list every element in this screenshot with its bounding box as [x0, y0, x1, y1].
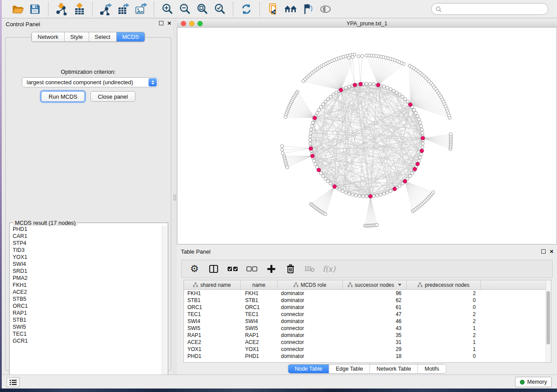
table-row[interactable]: YOX1YOX1connector291 [184, 346, 547, 353]
new-network-from-selection-icon[interactable] [264, 1, 282, 17]
run-mcds-button[interactable]: Run MCDS [41, 91, 85, 102]
network-window-titlebar[interactable]: YPA_prune.txt_1 [177, 20, 557, 28]
mcds-result-item[interactable]: ORC1 [10, 303, 162, 309]
delete-icon[interactable] [283, 261, 298, 276]
import-network-icon[interactable] [53, 1, 70, 17]
close-panel-icon[interactable]: × [167, 21, 171, 25]
mcds-result-item[interactable]: SRD1 [10, 268, 162, 275]
table-row[interactable]: TEC1TEC1connector472 [184, 311, 547, 318]
result-scrollbar[interactable] [162, 226, 167, 384]
network-canvas[interactable] [177, 28, 557, 244]
tab-select[interactable]: Select [89, 32, 117, 41]
memory-button[interactable]: Memory [515, 377, 552, 387]
splitter-handle-icon[interactable] [173, 195, 176, 200]
cell-successor-nodes: 96 [343, 290, 407, 297]
search-input[interactable] [444, 6, 544, 12]
table-scrollbar-thumb[interactable] [547, 291, 550, 344]
select-all-icon[interactable] [225, 261, 240, 276]
mcds-result-item[interactable]: TEC1 [10, 330, 162, 337]
column-header-name[interactable]: name [241, 280, 277, 289]
export-network-icon[interactable] [97, 1, 114, 17]
tab-mcds[interactable]: MCDS [117, 32, 145, 41]
mcds-result-item[interactable]: FKH1 [10, 282, 162, 289]
task-history-button[interactable] [7, 377, 20, 387]
column-header-shared-name[interactable]: shared name [184, 280, 241, 289]
tab-edge-table[interactable]: Edge Table [329, 364, 370, 373]
float-window-icon[interactable] [159, 21, 163, 25]
tab-motifs[interactable]: Motifs [418, 364, 446, 373]
show-hidden-eye-icon[interactable] [317, 1, 334, 17]
cell-shared-name: FKH1 [184, 290, 241, 297]
mcds-result-item[interactable]: GCR1 [10, 337, 162, 344]
column-view-icon[interactable] [206, 261, 221, 276]
mcds-result-item[interactable]: TID3 [10, 247, 162, 254]
open-file-icon[interactable] [9, 1, 26, 17]
cell-MCDS-role: dominator [277, 290, 343, 297]
cell-shared-name: STB1 [184, 297, 241, 304]
import-table-icon[interactable] [70, 1, 88, 17]
mcds-result-item[interactable]: SWI4 [10, 261, 162, 268]
table-row[interactable]: RAP1RAP1dominator352 [184, 332, 547, 339]
zoom-selected-icon[interactable] [211, 1, 228, 17]
column-header-successor-nodes[interactable]: successor nodes [343, 280, 407, 289]
node-table: shared namenameMCDS rolesuccessor nodesp… [183, 280, 551, 363]
zoom-fit-icon[interactable] [194, 1, 211, 17]
table-row[interactable]: ACE2ACE2connector311 [184, 339, 547, 346]
cell-predecessor-nodes: 0 [407, 353, 481, 360]
mcds-result-item[interactable]: ACE2 [10, 289, 162, 296]
tab-network-table[interactable]: Network Table [370, 364, 418, 373]
criterion-select[interactable]: largest connected component (undirected) [22, 77, 158, 87]
mcds-result-item[interactable]: STB1 [10, 316, 162, 323]
criterion-value: largest connected component (undirected) [22, 79, 149, 86]
float-window-icon[interactable] [541, 249, 546, 254]
mcds-result-item[interactable]: STB5 [10, 296, 162, 303]
column-header-predecessor-nodes[interactable]: predecessor nodes [407, 280, 481, 289]
cell-shared-name: SWI5 [184, 325, 241, 332]
close-panel-icon[interactable]: × [550, 249, 554, 254]
zoom-in-icon[interactable] [159, 1, 176, 17]
node-table-header: shared namenameMCDS rolesuccessor nodesp… [184, 280, 547, 290]
table-row[interactable]: FKH1FKH1dominator962 [184, 290, 547, 297]
add-icon[interactable] [264, 261, 279, 276]
close-panel-button[interactable]: Close panel [90, 91, 135, 102]
mcds-result-item[interactable]: CAR1 [10, 233, 162, 240]
hide-selected-icon[interactable] [299, 1, 317, 17]
network-window-title: YPA_prune.txt_1 [177, 21, 557, 27]
cell-name: PHD1 [241, 353, 277, 360]
mcds-result-list[interactable]: PHD1CAR1STP4TID3YOX1SWI4SRD1PMA2FKH1ACE2… [10, 226, 162, 384]
tab-network[interactable]: Network [32, 32, 65, 41]
search-box[interactable] [431, 3, 548, 15]
refresh-layout-icon[interactable] [238, 1, 255, 17]
export-table-icon[interactable] [114, 1, 132, 17]
column-header-MCDS-role[interactable]: MCDS role [277, 280, 343, 289]
deselect-all-icon[interactable] [245, 261, 259, 276]
toolbar-separator [154, 2, 154, 17]
mcds-result-item[interactable]: YOX1 [10, 254, 162, 261]
tab-style[interactable]: Style [65, 32, 89, 41]
control-panel-titlebar: Control Panel × [2, 18, 175, 30]
mcds-result-item[interactable]: RAP1 [10, 309, 162, 316]
export-image-icon[interactable] [132, 1, 149, 17]
table-row[interactable]: STB1STB1dominator620 [184, 297, 547, 304]
control-panel: Control Panel × Optimization criterion: … [2, 18, 175, 375]
table-row[interactable]: PHD1PHD1dominator180 [184, 353, 547, 360]
delete-table-icon [302, 261, 317, 276]
mcds-result-item[interactable]: SWI5 [10, 323, 162, 330]
mcds-result-item[interactable]: PHD1 [10, 226, 162, 233]
status-bar: Memory [2, 375, 557, 389]
table-scrollbar[interactable] [546, 280, 551, 362]
gear-icon[interactable]: ⚙ [187, 261, 202, 276]
table-row[interactable]: ORC1ORC1dominator610 [184, 304, 547, 311]
node-table-body[interactable]: FKH1FKH1dominator962STB1STB1dominator620… [184, 290, 547, 362]
tab-node-table[interactable]: Node Table [288, 364, 329, 373]
mcds-result-item[interactable]: PMA2 [10, 275, 162, 282]
network-view-window: YPA_prune.txt_1 [177, 20, 557, 244]
mcds-result-item[interactable]: STP4 [10, 240, 162, 247]
first-neighbors-icon[interactable] [282, 1, 299, 17]
zoom-out-icon[interactable] [176, 1, 194, 17]
panel-splitter[interactable] [173, 18, 177, 375]
table-row[interactable]: SWI4SWI4dominator462 [184, 318, 547, 325]
save-session-icon[interactable] [26, 1, 44, 17]
memory-label: Memory [527, 379, 547, 385]
table-row[interactable]: SWI5SWI5connector431 [184, 325, 547, 332]
